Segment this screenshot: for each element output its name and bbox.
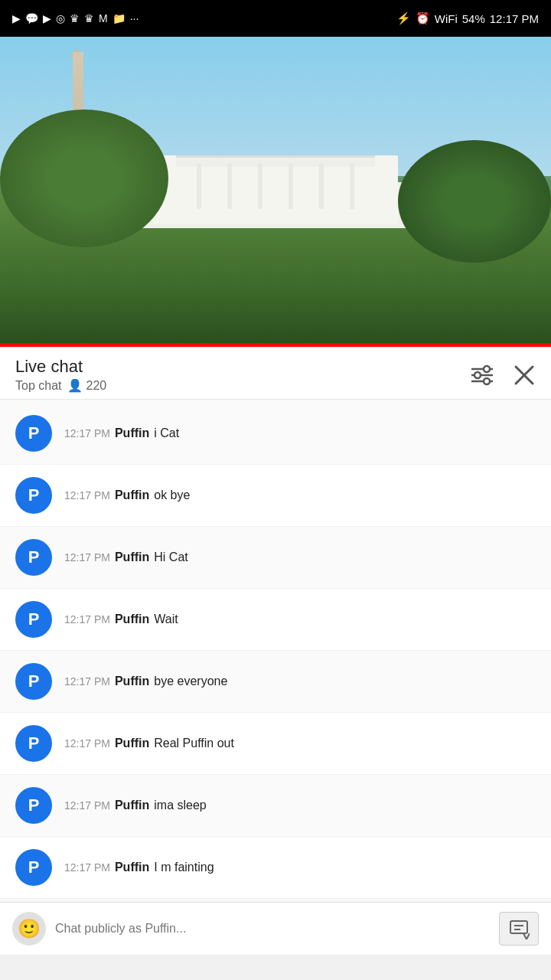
chat-subtitle: Top chat 👤 220 xyxy=(15,378,106,393)
viewer-count-number: 220 xyxy=(86,379,106,393)
column-1 xyxy=(197,163,201,209)
crown-icon1: ♛ xyxy=(70,12,80,24)
message-time: 12:17 PM xyxy=(64,551,110,564)
filter-button[interactable] xyxy=(470,364,494,386)
column-2 xyxy=(227,163,232,209)
message-time: 12:17 PM xyxy=(64,799,110,812)
video-player[interactable] xyxy=(0,37,551,347)
white-house xyxy=(153,155,398,224)
message-content: 12:17 PMPuffinbye everyone xyxy=(64,675,536,688)
column-3 xyxy=(258,163,262,209)
message-text: ima sleep xyxy=(154,799,206,812)
alarm-icon: ⏰ xyxy=(416,11,430,25)
message-content: 12:17 PMPuffinReal Puffin out xyxy=(64,737,536,750)
message-text: Real Puffin out xyxy=(154,737,234,750)
message-text: i Cat xyxy=(154,426,179,440)
message-time: 12:17 PM xyxy=(64,489,110,501)
avatar: P xyxy=(15,415,52,452)
message-text: ok bye xyxy=(154,488,190,502)
avatar: P xyxy=(15,849,52,886)
message-time: 12:17 PM xyxy=(64,737,110,750)
trees-left xyxy=(0,109,168,247)
chat-message: P12:17 PMPuffinbye everyone xyxy=(0,651,551,713)
chat-message: P12:17 PMPuffinWait xyxy=(0,589,551,651)
avatar: P xyxy=(15,601,52,638)
message-content: 12:17 PMPuffinI m fainting xyxy=(64,861,536,874)
message-content: 12:17 PMPuffinHi Cat xyxy=(64,550,536,564)
svg-rect-8 xyxy=(510,921,527,933)
live-chat-panel: Live chat Top chat 👤 220 xyxy=(0,347,551,955)
svg-point-3 xyxy=(484,366,490,372)
avatar: P xyxy=(15,663,52,700)
live-chat-title: Live chat xyxy=(15,357,106,377)
message-author: Puffin xyxy=(115,550,149,564)
play-icon: ▶ xyxy=(12,12,21,24)
close-button[interactable] xyxy=(513,364,536,387)
chat-header: Live chat Top chat 👤 220 xyxy=(0,348,551,400)
video-progress-bar[interactable] xyxy=(0,343,551,347)
message-content: 12:17 PMPuffinok bye xyxy=(64,488,536,502)
message-author: Puffin xyxy=(115,612,149,626)
status-bar: ▶ 💬 ▶ ◎ ♛ ♛ M 📁 ··· ⚡ ⏰ WiFi 54% 12:17 P… xyxy=(0,0,551,37)
chat-message: P12:17 PMPuffinima sleep xyxy=(0,775,551,837)
viewer-count: 👤 220 xyxy=(67,378,106,393)
message-content: 12:17 PMPuffinWait xyxy=(64,612,536,626)
column-5 xyxy=(319,163,324,209)
message-author: Puffin xyxy=(115,488,149,502)
message-content: 12:17 PMPuffini Cat xyxy=(64,426,536,440)
message-author: Puffin xyxy=(115,737,149,750)
avatar: P xyxy=(15,477,52,514)
message-text: Hi Cat xyxy=(154,550,187,564)
message-time: 12:17 PM xyxy=(64,613,110,626)
trees-right xyxy=(398,140,551,263)
svg-point-5 xyxy=(484,378,490,384)
chat-message: P12:17 PMPuffini Cat xyxy=(0,403,551,465)
folder-icon: 📁 xyxy=(112,12,126,24)
video-scene xyxy=(0,37,551,347)
top-chat-label[interactable]: Top chat xyxy=(15,379,61,393)
chat-header-left: Live chat Top chat 👤 220 xyxy=(15,357,106,393)
dots-icon: ··· xyxy=(130,12,139,24)
message-author: Puffin xyxy=(115,799,149,812)
mastodon-icon: M xyxy=(99,12,108,24)
message-author: Puffin xyxy=(115,426,149,440)
status-bar-right: ⚡ ⏰ WiFi 54% 12:17 PM xyxy=(396,11,539,25)
status-bar-left: ▶ 💬 ▶ ◎ ♛ ♛ M 📁 ··· xyxy=(12,12,139,24)
send-button[interactable] xyxy=(499,912,539,946)
chat-input-field[interactable] xyxy=(55,912,490,946)
message-time: 12:17 PM xyxy=(64,861,110,874)
message-time: 12:17 PM xyxy=(64,427,110,439)
message-content: 12:17 PMPuffinima sleep xyxy=(64,799,536,812)
time-display: 12:17 PM xyxy=(490,12,539,25)
column-4 xyxy=(289,163,293,209)
avatar: P xyxy=(15,725,52,762)
bluetooth-icon: ⚡ xyxy=(396,11,411,25)
column-6 xyxy=(350,163,354,209)
chat-messages-list: P12:17 PMPuffini CatP12:17 PMPuffinok by… xyxy=(0,400,551,902)
emoji-button[interactable]: 🙂 xyxy=(12,912,46,946)
people-icon: 👤 xyxy=(67,378,83,393)
chat-app-icon: 💬 xyxy=(25,12,38,24)
message-text: bye everyone xyxy=(154,675,227,688)
chat-message: P12:17 PMPuffinReal Puffin out xyxy=(0,713,551,775)
message-text: Wait xyxy=(154,612,178,626)
columns-row xyxy=(184,163,367,209)
chat-message: P12:17 PMPuffinok bye xyxy=(0,465,551,527)
chat-message: P12:17 PMPuffinHi Cat xyxy=(0,527,551,589)
wifi-icon: WiFi xyxy=(435,12,458,25)
svg-point-4 xyxy=(474,372,481,378)
battery-text: 54% xyxy=(462,12,485,25)
message-author: Puffin xyxy=(115,675,149,688)
avatar: P xyxy=(15,539,52,576)
youtube-icon: ▶ xyxy=(43,12,51,24)
chat-message: P12:17 PMPuffinI m fainting xyxy=(0,837,551,899)
message-text: I m fainting xyxy=(154,861,214,874)
avatar: P xyxy=(15,787,52,824)
ring-icon: ◎ xyxy=(56,12,65,24)
crown-icon2: ♛ xyxy=(84,12,94,24)
message-time: 12:17 PM xyxy=(64,675,110,688)
chat-header-right xyxy=(470,364,536,387)
chat-input-bar: 🙂 xyxy=(0,902,551,955)
message-author: Puffin xyxy=(115,861,149,874)
